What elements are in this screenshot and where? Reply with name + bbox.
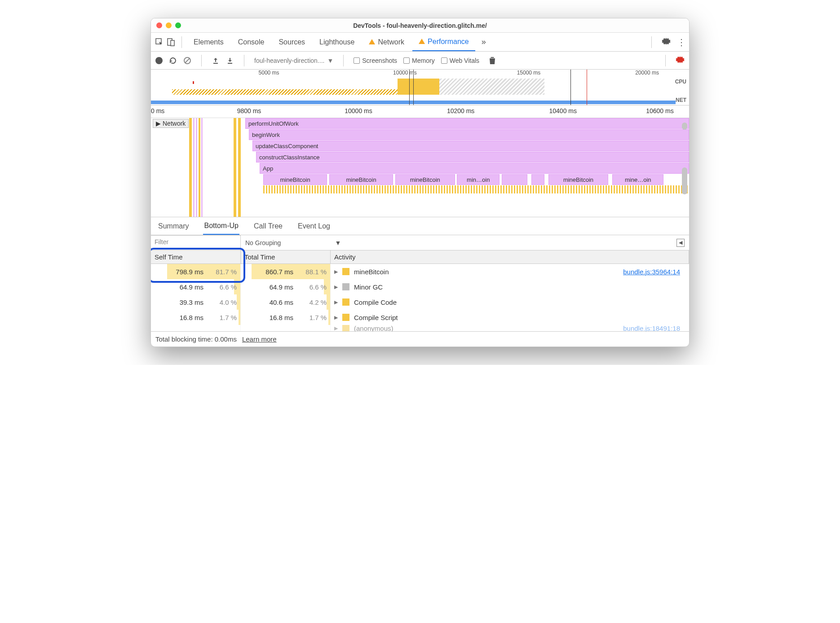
stack-frame[interactable]: mineBitcoin: [263, 174, 327, 185]
activity-name: (anonymous): [354, 325, 393, 331]
separator: [343, 55, 344, 66]
source-link[interactable]: bundle.js:35964:14: [623, 268, 680, 276]
stack-frame[interactable]: App: [260, 163, 689, 174]
activity-name: Compile Code: [354, 298, 397, 306]
activity-name: Minor GC: [354, 283, 383, 291]
tab-event-log[interactable]: Event Log: [297, 217, 331, 235]
tab-console[interactable]: Console: [232, 33, 271, 51]
self-time-value: 798.9 ms: [176, 268, 203, 276]
stack-frame[interactable]: [531, 174, 544, 185]
stack-frame[interactable]: constructClassInstance: [256, 152, 689, 162]
total-time-pct: 6.6 %: [301, 283, 327, 291]
more-tabs-icon[interactable]: »: [477, 37, 491, 47]
tick-label: 5000 ms: [259, 70, 279, 76]
tab-performance[interactable]: Performance: [412, 33, 475, 51]
stack-frame[interactable]: mineBitcoin: [395, 174, 455, 185]
web-vitals-checkbox[interactable]: Web Vitals: [441, 57, 479, 64]
stack-frame[interactable]: updateClassComponent: [252, 140, 689, 151]
recording-selector[interactable]: foul-heavenly-direction.... ▼: [254, 57, 333, 64]
clear-icon[interactable]: [183, 57, 191, 65]
table-row[interactable]: 16.8 ms1.7 %16.8 ms1.7 %▶Compile Script: [151, 310, 689, 325]
flame-bar: [189, 118, 192, 217]
stack-frame[interactable]: beginWork: [249, 129, 689, 140]
tab-bottom-up[interactable]: Bottom-Up: [203, 217, 239, 235]
flame-bar: [234, 118, 236, 217]
network-track-header[interactable]: ▶Network: [153, 119, 189, 128]
tab-lighthouse[interactable]: Lighthouse: [313, 33, 361, 51]
collapse-pane-icon[interactable]: ◀: [676, 239, 685, 247]
col-self-time[interactable]: Self Time: [151, 250, 241, 263]
table-row[interactable]: 798.9 ms81.7 %860.7 ms88.1 %▶mineBitcoin…: [151, 264, 689, 279]
performance-toolbar: foul-heavenly-direction.... ▼ Screenshot…: [151, 52, 689, 70]
stack-frame[interactable]: mineBitcoin: [329, 174, 393, 185]
inspect-icon[interactable]: [155, 37, 164, 47]
timeline-overview[interactable]: 5000 ms 10000 ms 15000 ms 20000 ms CPU N…: [151, 70, 689, 105]
tab-label: Console: [238, 38, 265, 46]
chevron-down-icon: ▼: [327, 57, 333, 64]
stack-frame[interactable]: min…oin: [457, 174, 500, 185]
scrollbar-thumb[interactable]: [682, 167, 687, 194]
expand-arrow-icon: ▶: [334, 284, 338, 290]
col-total-time[interactable]: Total Time: [241, 250, 331, 263]
tick-label: 20000 ms: [635, 70, 659, 76]
tab-label: Sources: [279, 38, 305, 46]
overview-selection[interactable]: [409, 70, 414, 105]
expand-arrow-icon: ▶: [156, 120, 161, 127]
upload-icon[interactable]: [212, 57, 220, 65]
scrollbar-thumb[interactable]: [682, 123, 687, 130]
stack-frame[interactable]: mineBitcoin: [548, 174, 608, 185]
memory-checkbox[interactable]: Memory: [403, 57, 435, 64]
main-tabs: Elements Console Sources Lighthouse Netw…: [151, 33, 689, 52]
devtools-window: DevTools - foul-heavenly-direction.glitc…: [150, 18, 690, 347]
learn-more-link[interactable]: Learn more: [242, 335, 277, 343]
settings-gear-icon[interactable]: [662, 37, 671, 48]
separator: [201, 55, 202, 66]
checkbox-label: Memory: [412, 57, 435, 64]
table-row[interactable]: 39.3 ms4.0 %40.6 ms4.2 %▶Compile Code: [151, 294, 689, 310]
bottom-up-table: Self Time Total Time Activity 798.9 ms81…: [151, 250, 689, 331]
category-swatch: [342, 283, 349, 290]
kebab-menu-icon[interactable]: ⋮: [677, 37, 685, 48]
total-time-pct: 1.7 %: [301, 314, 327, 321]
tab-summary[interactable]: Summary: [157, 217, 190, 235]
table-row[interactable]: ▶(anonymous)bundle.js:18491:18: [151, 325, 689, 331]
table-row[interactable]: 64.9 ms6.6 %64.9 ms6.6 %▶Minor GC: [151, 279, 689, 294]
trash-icon[interactable]: [488, 57, 496, 65]
tab-network[interactable]: Network: [363, 33, 411, 51]
self-time-value: 64.9 ms: [180, 283, 203, 291]
tab-call-tree[interactable]: Call Tree: [253, 217, 283, 235]
screenshots-checkbox[interactable]: Screenshots: [354, 57, 397, 64]
capture-settings-gear-icon[interactable]: [676, 55, 685, 66]
self-time-pct: 1.7 %: [212, 314, 237, 321]
tab-label: Elements: [194, 38, 224, 46]
svg-line-4: [185, 58, 190, 63]
col-activity[interactable]: Activity: [331, 250, 689, 263]
reload-icon[interactable]: [169, 57, 177, 65]
grouping-dropdown[interactable]: No Grouping▼: [245, 239, 341, 246]
source-link[interactable]: bundle.js:18491:18: [623, 325, 680, 331]
flame-chart[interactable]: 0 ms 9800 ms 10000 ms 10200 ms 10400 ms …: [151, 105, 689, 217]
stack-frame[interactable]: mine…oin: [612, 174, 663, 185]
download-icon[interactable]: [226, 57, 234, 65]
checkbox-label: Screenshots: [362, 57, 397, 64]
filter-input[interactable]: Filter: [151, 235, 241, 250]
expand-arrow-icon: ▶: [334, 325, 338, 331]
tick-label: 15000 ms: [517, 70, 541, 76]
stack-frame[interactable]: performUnitOfWork: [245, 118, 689, 129]
device-toggle-icon[interactable]: [166, 37, 176, 47]
sample-ticks: [263, 185, 689, 193]
warning-icon: [419, 39, 425, 44]
stack-frame[interactable]: [502, 174, 527, 185]
tab-sources[interactable]: Sources: [272, 33, 311, 51]
total-time-pct: 4.2 %: [301, 298, 327, 306]
tab-elements[interactable]: Elements: [187, 33, 230, 51]
self-time-pct: 6.6 %: [212, 283, 237, 291]
svg-rect-2: [171, 40, 174, 46]
expand-arrow-icon: ▶: [334, 299, 338, 305]
track-label: Network: [163, 120, 186, 127]
marker-line-red: [587, 70, 587, 105]
marker-line: [570, 70, 571, 105]
category-swatch: [342, 314, 349, 321]
total-time-value: 40.6 ms: [270, 298, 293, 306]
record-button[interactable]: [155, 57, 163, 64]
